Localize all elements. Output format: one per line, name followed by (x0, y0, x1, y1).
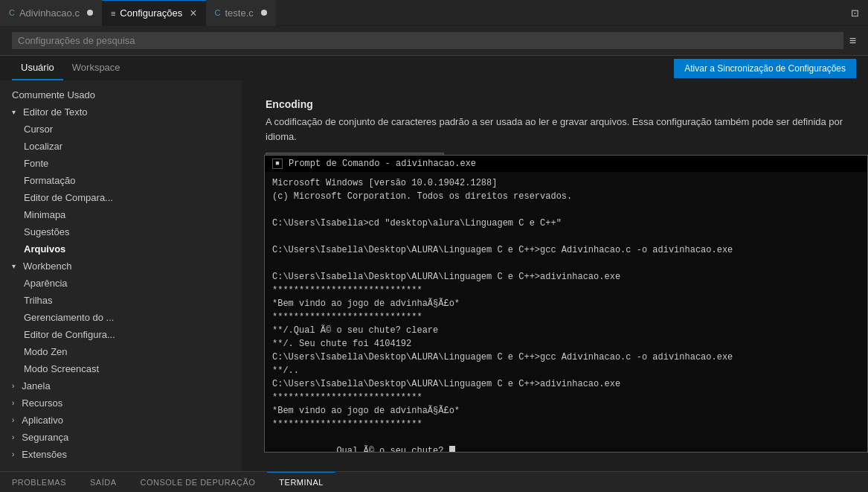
cmd-line-16: **************************** (272, 391, 860, 404)
sidebar-item-arquivos[interactable]: Arquivos (0, 240, 242, 258)
sidebar-item-modo-zen[interactable]: Modo Zen (0, 343, 242, 360)
c-icon-2: C (215, 8, 221, 17)
cmd-line-0: Microsoft Windows [versão 10.0.19042.128… (272, 176, 860, 190)
sidebar-item-seguranca[interactable]: › Segurança (0, 429, 242, 446)
sidebar-workbench-label: Workbench (23, 261, 72, 272)
cmd-popup: ■ Prompt de Comando - adivinhacao.exe Mi… (264, 155, 868, 453)
tab-teste-dirty (261, 10, 267, 16)
tab-configuracoes[interactable]: ≡ Configurações × (102, 0, 206, 26)
cmd-title-bar: ■ Prompt de Comando - adivinhacao.exe (265, 156, 867, 172)
tab-adivinhacao-label: Adivinhacao.c (19, 7, 80, 19)
tab-configuracoes-close[interactable]: × (190, 7, 196, 20)
settings-tabs: Usuário Workspace Ativar a Sincronização… (0, 56, 868, 80)
sidebar-minimapa-label: Minimapa (24, 209, 65, 220)
tab-adivinhacao[interactable]: C Adivinhacao.c (0, 0, 102, 26)
sidebar-editor-texto-label: Editor de Texto (23, 106, 87, 118)
settings-header: ≡ (0, 26, 868, 56)
sidebar-comumente-label: Comumente Usado (12, 89, 95, 100)
tab-console-depuracao[interactable]: CONSOLE DE DEPURAÇÃO (128, 472, 267, 493)
c-icon: C (9, 8, 15, 17)
sidebar-item-fonte[interactable]: Fonte (0, 155, 242, 172)
sidebar-item-workbench[interactable]: ▾ Workbench (0, 258, 242, 275)
sidebar-sugestoes-label: Sugestões (24, 226, 69, 237)
cmd-line-15: C:\Users\Isabella\Desktop\ALURA\Linguage… (272, 377, 860, 391)
sidebar-item-extensoes[interactable]: › Extensões (0, 446, 242, 463)
sidebar-item-modo-screencast[interactable]: Modo Screencast (0, 360, 242, 377)
settings-panel: Encoding A codificação de conjunto de ca… (242, 80, 868, 471)
tab-usuario[interactable]: Usuário (12, 56, 63, 80)
cmd-line-11: **/.Qual Ã© o seu chute? cleare (272, 324, 860, 337)
tab-terminal[interactable]: TERMINAL (267, 472, 335, 493)
sidebar-item-aplicativo[interactable]: › Aplicativo (0, 412, 242, 429)
sidebar-item-janela[interactable]: › Janela (0, 377, 242, 394)
encoding-description: A codificação de conjunto de caracteres … (266, 115, 844, 144)
cmd-line-13: C:\Users\Isabella\Desktop\ALURA\Linguage… (272, 351, 860, 364)
sidebar-gerenciamento-label: Gerenciamento do ... (24, 312, 114, 323)
terminal-overlay: ■ Prompt de Comando - adivinhacao.exe Mi… (264, 155, 868, 471)
sidebar-item-editor-compara[interactable]: Editor de Compara... (0, 189, 242, 206)
sidebar-fonte-label: Fonte (24, 158, 48, 169)
chevron-right-icon-2: › (12, 399, 14, 407)
cmd-line-4 (272, 230, 860, 243)
cmd-title: Prompt de Comando - adivinhacao.exe (289, 159, 476, 169)
bottom-tabs: PROBLEMAS SAÍDA CONSOLE DE DEPURAÇÃO TER… (0, 471, 868, 492)
cmd-line-8: **************************** (272, 284, 860, 297)
chevron-right-icon-3: › (12, 416, 14, 424)
chevron-right-icon-5: › (12, 450, 14, 459)
cmd-content[interactable]: Microsoft Windows [versão 10.0.19042.128… (265, 172, 867, 452)
sidebar-editor-compara-label: Editor de Compara... (24, 192, 113, 203)
cmd-line-14: **/.. (272, 364, 860, 377)
search-input[interactable] (12, 32, 843, 49)
cmd-line-3: C:\Users\Isabella>cd "desktop\alura\Ling… (272, 217, 860, 230)
cmd-line-prompt: Qual Ã© o seu chute? (272, 431, 860, 452)
sidebar-item-gerenciamento[interactable]: Gerenciamento do ... (0, 309, 242, 326)
sidebar-arquivos-label: Arquivos (24, 243, 65, 255)
settings-icon: ≡ (111, 9, 115, 18)
sidebar-trilhas-label: Trilhas (24, 295, 53, 306)
cmd-line-10: **************************** (272, 310, 860, 324)
encoding-title: Encoding (266, 98, 844, 110)
cmd-line-5: C:\Users\Isabella\Desktop\ALURA\Linguage… (272, 243, 860, 257)
chevron-right-icon: › (12, 382, 14, 390)
sidebar-item-formatacao[interactable]: Formatação (0, 172, 242, 189)
sidebar-seguranca-label: Segurança (22, 432, 68, 443)
chevron-right-icon-4: › (12, 433, 14, 441)
sidebar-formatacao-label: Formatação (24, 175, 75, 186)
layout-button[interactable]: ⊡ (842, 7, 868, 19)
cmd-line-9: *Bem vindo ao jogo de advinhaÃ§Ã£o* (272, 297, 860, 310)
sidebar-extensoes-label: Extensões (22, 449, 67, 460)
cmd-line-6 (272, 257, 860, 270)
sidebar-item-trilhas[interactable]: Trilhas (0, 292, 242, 309)
cursor (449, 446, 455, 452)
cmd-line-2 (272, 203, 860, 217)
cmd-line-1: (c) Microsoft Corporation. Todos os dire… (272, 190, 860, 203)
sidebar-item-recursos[interactable]: › Recursos (0, 394, 242, 412)
sidebar-item-aparencia[interactable]: Aparência (0, 275, 242, 292)
tab-teste-label: teste.c (225, 7, 253, 19)
cmd-line-7: C:\Users\Isabella\Desktop\ALURA\Linguage… (272, 270, 860, 284)
sidebar-item-minimapa[interactable]: Minimapa (0, 206, 242, 223)
tab-teste[interactable]: C teste.c (206, 0, 276, 26)
sidebar-item-editor-configura[interactable]: Editor de Configura... (0, 326, 242, 343)
sidebar: Comumente Usado ▾ Editor de Texto Cursor… (0, 80, 242, 471)
tab-bar: C Adivinhacao.c ≡ Configurações × C test… (0, 0, 868, 26)
tab-configuracoes-label: Configurações (120, 7, 182, 19)
prompt-text: Qual Ã© o seu chute? (336, 446, 449, 452)
chevron-down-icon-2: ▾ (12, 262, 16, 270)
tab-problemas[interactable]: PROBLEMAS (0, 472, 78, 493)
sidebar-item-sugestoes[interactable]: Sugestões (0, 223, 242, 240)
cmd-line-18: **************************** (272, 418, 860, 431)
sidebar-modo-screencast-label: Modo Screencast (24, 363, 99, 374)
sidebar-janela-label: Janela (22, 380, 50, 392)
sidebar-aplicativo-label: Aplicativo (22, 415, 63, 426)
tab-workspace[interactable]: Workspace (63, 56, 129, 80)
sidebar-item-localizar[interactable]: Localizar (0, 138, 242, 155)
sync-button[interactable]: Ativar a Sincronização de Configurações (674, 59, 856, 78)
sidebar-item-editor-texto[interactable]: ▾ Editor de Texto (0, 103, 242, 121)
sidebar-item-comumente[interactable]: Comumente Usado (0, 86, 242, 103)
sidebar-recursos-label: Recursos (22, 397, 62, 409)
sidebar-item-cursor[interactable]: Cursor (0, 121, 242, 138)
cmd-line-12: **/. Seu chute foi 4104192 (272, 337, 860, 351)
settings-menu-button[interactable]: ≡ (849, 34, 856, 48)
tab-saida[interactable]: SAÍDA (78, 472, 129, 493)
